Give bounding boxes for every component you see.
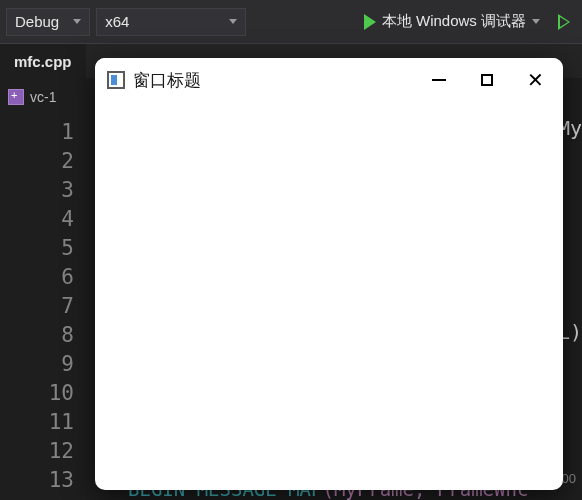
- platform-label: x64: [105, 13, 129, 30]
- line-number: 6: [0, 263, 74, 292]
- minimize-icon: [432, 79, 446, 81]
- line-number: 11: [0, 408, 74, 437]
- chevron-down-icon: [73, 19, 81, 24]
- breadcrumb-project: vc-1: [30, 89, 56, 105]
- maximize-icon: [481, 74, 493, 86]
- maximize-button[interactable]: [463, 58, 511, 102]
- line-number: 3: [0, 176, 74, 205]
- line-number: 12: [0, 437, 74, 466]
- minimize-button[interactable]: [415, 58, 463, 102]
- toolbar: Debug x64 本地 Windows 调试器: [0, 0, 582, 44]
- close-icon: ✕: [527, 68, 544, 92]
- play-outline-icon: [558, 14, 570, 30]
- config-dropdown[interactable]: Debug: [6, 8, 90, 36]
- line-number: 5: [0, 234, 74, 263]
- app-window[interactable]: 窗口标题 ✕: [95, 58, 563, 490]
- line-number: 9: [0, 350, 74, 379]
- config-label: Debug: [15, 13, 59, 30]
- debugger-label: 本地 Windows 调试器: [382, 12, 526, 31]
- line-number: 4: [0, 205, 74, 234]
- line-number-gutter: 1 2 3 4 5 6 7 8 9 10 11 12 13: [0, 116, 88, 500]
- project-icon: [8, 89, 24, 105]
- play-icon: [364, 14, 376, 30]
- chevron-down-icon: [229, 19, 237, 24]
- chevron-down-icon: [532, 19, 540, 24]
- platform-dropdown[interactable]: x64: [96, 8, 246, 36]
- app-icon: [107, 71, 125, 89]
- line-number: 2: [0, 147, 74, 176]
- window-title: 窗口标题: [133, 69, 415, 92]
- start-without-debug-button[interactable]: [552, 10, 576, 34]
- line-number: 7: [0, 292, 74, 321]
- titlebar[interactable]: 窗口标题 ✕: [95, 58, 563, 102]
- start-debugger-button[interactable]: 本地 Windows 调试器: [358, 8, 546, 35]
- tab-active[interactable]: mfc.cpp: [0, 44, 87, 78]
- tab-label: mfc.cpp: [14, 53, 72, 70]
- line-number: 1: [0, 118, 74, 147]
- line-number: 8: [0, 321, 74, 350]
- close-button[interactable]: ✕: [511, 58, 559, 102]
- line-number: 10: [0, 379, 74, 408]
- line-number: 13: [0, 466, 74, 495]
